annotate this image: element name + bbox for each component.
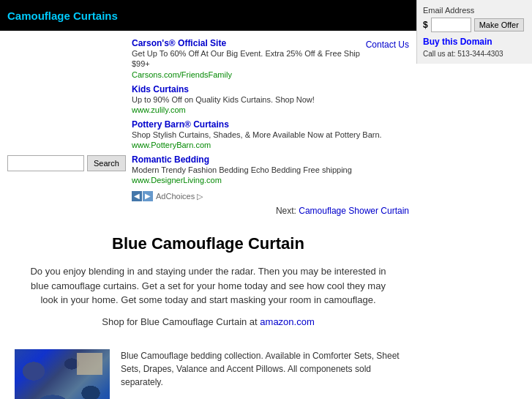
next-link[interactable]: Camouflage Shower Curtain xyxy=(299,206,409,216)
article-section: Blue Camouflage Curtain Do you enjoy ble… xyxy=(0,223,416,349)
product-description: Blue Camouflage bedding collection. Avai… xyxy=(121,349,402,389)
adchoices-bar: ◀ ▶ AdChoices ▷ xyxy=(132,191,409,201)
adchoices-text: AdChoices ▷ xyxy=(156,192,203,201)
dollar-sign: $ xyxy=(423,20,428,30)
ad-item: Romantic Bedding Modern Trendy Fashion B… xyxy=(132,154,409,185)
ad-url: Carsons.com/FriendsFamily xyxy=(132,70,232,79)
contact-us-link[interactable]: Contact Us xyxy=(366,40,409,50)
search-button[interactable]: Search xyxy=(87,155,126,171)
ad-description: Up to 90% Off on Quality Kids Curtains. … xyxy=(132,95,315,104)
ad-url: www.zulily.com xyxy=(132,105,186,114)
amazon-link[interactable]: amazon.com xyxy=(260,316,314,327)
ad-title-link[interactable]: Carson's® Official Site xyxy=(132,38,226,48)
next-line: Next: Camouflage Shower Curtain xyxy=(132,206,409,216)
shop-line-prefix: Shop for Blue Camouflage Curtain at xyxy=(102,316,260,327)
ad-title-link[interactable]: Kids Curtains xyxy=(132,84,189,94)
call-us-text: Call us at: 513-344-4303 xyxy=(423,50,503,58)
main-area: Search Contact Us Carson's® Official Sit… xyxy=(0,31,416,223)
ad-description: Shop Stylish Curtains, Shades, & More Av… xyxy=(132,130,382,139)
offer-row: $ Make Offer xyxy=(423,18,526,32)
adchoices-next[interactable]: ▶ xyxy=(143,191,153,201)
ad-url: www.DesignerLiving.com xyxy=(132,176,222,184)
ad-description: Modern Trendy Fashion Bedding Echo Beddi… xyxy=(132,165,352,174)
ad-url: www.PotteryBarn.com xyxy=(132,141,211,149)
article-heading: Blue Camouflage Curtain xyxy=(22,234,394,253)
room-thumbnail xyxy=(77,353,102,375)
adchoices-nav: ◀ ▶ xyxy=(132,191,153,201)
ad-title-link[interactable]: Pottery Barn® Curtains xyxy=(132,119,229,130)
right-panel: Email Address $ Make Offer Buy this Doma… xyxy=(416,0,532,64)
product-image xyxy=(15,349,110,399)
ad-item: Kids Curtains Up to 90% Off on Quality K… xyxy=(132,84,409,115)
price-input[interactable] xyxy=(431,18,471,32)
search-form: Search xyxy=(7,155,121,171)
next-label: Next: xyxy=(276,206,296,216)
site-title[interactable]: Camouflage Curtains xyxy=(7,10,118,22)
search-input[interactable] xyxy=(7,155,84,171)
email-label: Email Address xyxy=(423,6,526,15)
article-intro: Do you enjoy blending in and staying und… xyxy=(22,264,394,307)
ad-description: Get Up To 60% Off At Our Big Event. Extr… xyxy=(132,49,360,68)
ad-item: Pottery Barn® Curtains Shop Stylish Curt… xyxy=(132,119,409,150)
center-content: Contact Us Carson's® Official Site Get U… xyxy=(128,31,416,223)
left-sidebar: Search xyxy=(0,31,128,223)
ad-title-link[interactable]: Romantic Bedding xyxy=(132,154,209,165)
product-section: Blue Camouflage bedding collection. Avai… xyxy=(0,349,416,399)
make-offer-button[interactable]: Make Offer xyxy=(474,18,524,31)
buy-domain-link[interactable]: Buy this Domain xyxy=(423,37,526,47)
adchoices-prev[interactable]: ◀ xyxy=(132,191,142,201)
shop-line: Shop for Blue Camouflage Curtain at amaz… xyxy=(22,316,394,327)
